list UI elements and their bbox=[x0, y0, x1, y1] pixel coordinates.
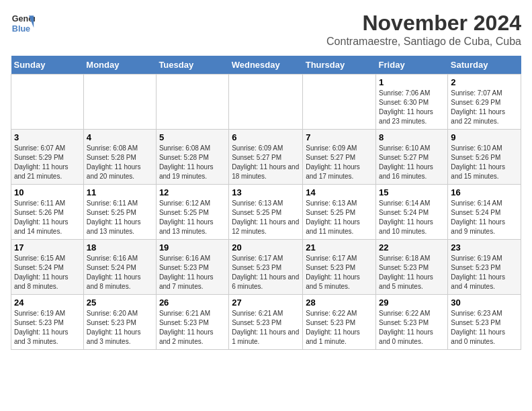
cell-day-info: Sunrise: 6:09 AM Sunset: 5:27 PM Dayligh… bbox=[232, 144, 300, 181]
svg-text:Blue: Blue bbox=[12, 24, 30, 34]
cell-day-info: Sunrise: 6:20 AM Sunset: 5:23 PM Dayligh… bbox=[87, 309, 153, 347]
calendar-cell: 15Sunrise: 6:14 AM Sunset: 5:24 PM Dayli… bbox=[376, 185, 448, 240]
page-header: General Blue November 2024 Contramaestre… bbox=[11, 11, 521, 48]
calendar-cell: 23Sunrise: 6:19 AM Sunset: 5:23 PM Dayli… bbox=[448, 240, 521, 295]
header-saturday: Saturday bbox=[448, 56, 521, 75]
calendar-week-row: 3Sunrise: 6:07 AM Sunset: 5:29 PM Daylig… bbox=[11, 130, 521, 185]
cell-day-number: 12 bbox=[159, 187, 226, 197]
cell-day-number: 8 bbox=[379, 132, 445, 142]
cell-day-number: 16 bbox=[451, 187, 518, 197]
calendar-cell: 4Sunrise: 6:08 AM Sunset: 5:28 PM Daylig… bbox=[83, 130, 156, 185]
cell-day-number: 9 bbox=[451, 132, 518, 142]
location-title: Contramaestre, Santiago de Cuba, Cuba bbox=[326, 36, 521, 48]
cell-day-number: 25 bbox=[87, 298, 153, 308]
cell-day-info: Sunrise: 6:19 AM Sunset: 5:23 PM Dayligh… bbox=[451, 254, 518, 291]
calendar-cell: 26Sunrise: 6:21 AM Sunset: 5:23 PM Dayli… bbox=[156, 295, 228, 350]
cell-day-number: 22 bbox=[379, 242, 445, 253]
calendar-cell: 1Sunrise: 7:06 AM Sunset: 6:30 PM Daylig… bbox=[376, 75, 448, 130]
cell-day-info: Sunrise: 6:19 AM Sunset: 5:23 PM Dayligh… bbox=[14, 309, 81, 347]
title-area: November 2024 Contramaestre, Santiago de… bbox=[326, 11, 521, 48]
cell-day-number: 10 bbox=[14, 187, 81, 197]
cell-day-info: Sunrise: 6:13 AM Sunset: 5:25 PM Dayligh… bbox=[306, 199, 373, 236]
calendar-cell: 8Sunrise: 6:10 AM Sunset: 5:27 PM Daylig… bbox=[376, 130, 448, 185]
cell-day-info: Sunrise: 6:22 AM Sunset: 5:23 PM Dayligh… bbox=[379, 309, 445, 347]
cell-day-info: Sunrise: 6:15 AM Sunset: 5:24 PM Dayligh… bbox=[14, 254, 81, 291]
month-title: November 2024 bbox=[326, 11, 521, 36]
calendar-cell: 6Sunrise: 6:09 AM Sunset: 5:27 PM Daylig… bbox=[229, 130, 303, 185]
cell-day-info: Sunrise: 7:07 AM Sunset: 6:29 PM Dayligh… bbox=[451, 89, 518, 126]
header-wednesday: Wednesday bbox=[229, 56, 303, 75]
cell-day-info: Sunrise: 6:11 AM Sunset: 5:25 PM Dayligh… bbox=[87, 199, 153, 236]
cell-day-number: 26 bbox=[159, 298, 226, 308]
logo-icon: General Blue bbox=[11, 11, 35, 35]
cell-day-number: 23 bbox=[451, 242, 518, 253]
cell-day-info: Sunrise: 6:16 AM Sunset: 5:24 PM Dayligh… bbox=[87, 254, 153, 291]
cell-day-number: 21 bbox=[306, 242, 373, 253]
cell-day-number: 3 bbox=[14, 132, 81, 142]
cell-day-number: 2 bbox=[451, 77, 518, 87]
cell-day-info: Sunrise: 6:18 AM Sunset: 5:23 PM Dayligh… bbox=[379, 254, 445, 291]
calendar-cell bbox=[229, 75, 303, 130]
calendar-cell: 16Sunrise: 6:14 AM Sunset: 5:24 PM Dayli… bbox=[448, 185, 521, 240]
calendar-cell: 5Sunrise: 6:08 AM Sunset: 5:28 PM Daylig… bbox=[156, 130, 228, 185]
cell-day-info: Sunrise: 6:08 AM Sunset: 5:28 PM Dayligh… bbox=[159, 144, 226, 181]
cell-day-info: Sunrise: 6:12 AM Sunset: 5:25 PM Dayligh… bbox=[159, 199, 226, 236]
cell-day-info: Sunrise: 6:16 AM Sunset: 5:23 PM Dayligh… bbox=[159, 254, 226, 291]
cell-day-info: Sunrise: 6:21 AM Sunset: 5:23 PM Dayligh… bbox=[232, 309, 300, 347]
cell-day-info: Sunrise: 6:07 AM Sunset: 5:29 PM Dayligh… bbox=[14, 144, 81, 181]
cell-day-number: 13 bbox=[232, 187, 300, 197]
cell-day-info: Sunrise: 6:09 AM Sunset: 5:27 PM Dayligh… bbox=[306, 144, 373, 181]
calendar-cell: 18Sunrise: 6:16 AM Sunset: 5:24 PM Dayli… bbox=[83, 240, 156, 295]
cell-day-number: 29 bbox=[379, 298, 445, 308]
header-sunday: Sunday bbox=[11, 56, 84, 75]
cell-day-info: Sunrise: 6:10 AM Sunset: 5:26 PM Dayligh… bbox=[451, 144, 518, 181]
calendar-cell: 28Sunrise: 6:22 AM Sunset: 5:23 PM Dayli… bbox=[303, 295, 376, 350]
logo: General Blue bbox=[11, 11, 35, 35]
cell-day-number: 18 bbox=[87, 242, 153, 253]
calendar-cell bbox=[11, 75, 84, 130]
cell-day-number: 24 bbox=[14, 298, 81, 308]
calendar-header-row: SundayMondayTuesdayWednesdayThursdayFrid… bbox=[11, 56, 521, 75]
cell-day-info: Sunrise: 6:08 AM Sunset: 5:28 PM Dayligh… bbox=[87, 144, 153, 181]
cell-day-info: Sunrise: 6:21 AM Sunset: 5:23 PM Dayligh… bbox=[159, 309, 226, 347]
calendar-cell: 3Sunrise: 6:07 AM Sunset: 5:29 PM Daylig… bbox=[11, 130, 84, 185]
calendar-cell: 14Sunrise: 6:13 AM Sunset: 5:25 PM Dayli… bbox=[303, 185, 376, 240]
calendar-cell: 17Sunrise: 6:15 AM Sunset: 5:24 PM Dayli… bbox=[11, 240, 84, 295]
cell-day-info: Sunrise: 6:10 AM Sunset: 5:27 PM Dayligh… bbox=[379, 144, 445, 181]
cell-day-number: 17 bbox=[14, 242, 81, 253]
calendar-cell: 30Sunrise: 6:23 AM Sunset: 5:23 PM Dayli… bbox=[448, 295, 521, 350]
header-tuesday: Tuesday bbox=[156, 56, 228, 75]
cell-day-number: 15 bbox=[379, 187, 445, 197]
cell-day-number: 27 bbox=[232, 298, 300, 308]
cell-day-info: Sunrise: 6:13 AM Sunset: 5:25 PM Dayligh… bbox=[232, 199, 300, 236]
header-monday: Monday bbox=[83, 56, 156, 75]
cell-day-number: 14 bbox=[306, 187, 373, 197]
header-thursday: Thursday bbox=[303, 56, 376, 75]
calendar-cell: 24Sunrise: 6:19 AM Sunset: 5:23 PM Dayli… bbox=[11, 295, 84, 350]
cell-day-info: Sunrise: 6:11 AM Sunset: 5:26 PM Dayligh… bbox=[14, 199, 81, 236]
calendar-cell: 20Sunrise: 6:17 AM Sunset: 5:23 PM Dayli… bbox=[229, 240, 303, 295]
calendar-week-row: 10Sunrise: 6:11 AM Sunset: 5:26 PM Dayli… bbox=[11, 185, 521, 240]
header-friday: Friday bbox=[376, 56, 448, 75]
cell-day-info: Sunrise: 6:14 AM Sunset: 5:24 PM Dayligh… bbox=[379, 199, 445, 236]
calendar-cell: 21Sunrise: 6:17 AM Sunset: 5:23 PM Dayli… bbox=[303, 240, 376, 295]
cell-day-info: Sunrise: 6:17 AM Sunset: 5:23 PM Dayligh… bbox=[232, 254, 300, 291]
calendar-table: SundayMondayTuesdayWednesdayThursdayFrid… bbox=[11, 56, 521, 350]
calendar-cell: 22Sunrise: 6:18 AM Sunset: 5:23 PM Dayli… bbox=[376, 240, 448, 295]
cell-day-number: 1 bbox=[379, 77, 445, 87]
calendar-cell: 11Sunrise: 6:11 AM Sunset: 5:25 PM Dayli… bbox=[83, 185, 156, 240]
calendar-cell: 27Sunrise: 6:21 AM Sunset: 5:23 PM Dayli… bbox=[229, 295, 303, 350]
calendar-cell: 7Sunrise: 6:09 AM Sunset: 5:27 PM Daylig… bbox=[303, 130, 376, 185]
cell-day-number: 6 bbox=[232, 132, 300, 142]
calendar-cell: 13Sunrise: 6:13 AM Sunset: 5:25 PM Dayli… bbox=[229, 185, 303, 240]
cell-day-number: 20 bbox=[232, 242, 300, 253]
calendar-cell: 2Sunrise: 7:07 AM Sunset: 6:29 PM Daylig… bbox=[448, 75, 521, 130]
cell-day-number: 19 bbox=[159, 242, 226, 253]
cell-day-info: Sunrise: 6:23 AM Sunset: 5:23 PM Dayligh… bbox=[451, 309, 518, 347]
cell-day-number: 5 bbox=[159, 132, 226, 142]
calendar-cell: 19Sunrise: 6:16 AM Sunset: 5:23 PM Dayli… bbox=[156, 240, 228, 295]
cell-day-number: 11 bbox=[87, 187, 153, 197]
calendar-week-row: 24Sunrise: 6:19 AM Sunset: 5:23 PM Dayli… bbox=[11, 295, 521, 350]
calendar-week-row: 17Sunrise: 6:15 AM Sunset: 5:24 PM Dayli… bbox=[11, 240, 521, 295]
cell-day-info: Sunrise: 6:22 AM Sunset: 5:23 PM Dayligh… bbox=[306, 309, 373, 347]
